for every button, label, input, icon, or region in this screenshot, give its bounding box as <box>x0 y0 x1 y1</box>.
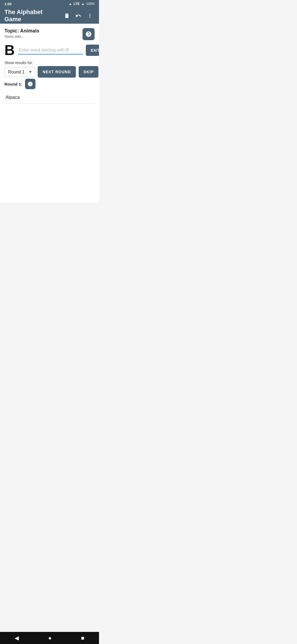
round-info-button[interactable] <box>25 79 35 89</box>
results-list: Alpaca <box>4 91 95 104</box>
app-bar-actions <box>62 11 95 20</box>
more-options-button[interactable] <box>85 11 95 20</box>
skip-button[interactable]: SKIP <box>79 66 99 78</box>
status-icons: ▲ LTE ▲ 100% <box>69 2 95 6</box>
topic-label: Topic: Animals <box>4 28 82 34</box>
undo-icon <box>75 13 81 19</box>
wifi-icon: ▲ <box>69 2 72 6</box>
delete-button[interactable] <box>62 11 72 20</box>
undo-button[interactable] <box>74 11 83 20</box>
signal-icon: ▲ <box>81 2 84 6</box>
help-button[interactable] <box>82 28 95 40</box>
info-icon <box>28 81 33 87</box>
round-select-wrapper: Round 1 Round 2 Round 3 ▼ <box>4 67 35 77</box>
round-results-header: Round 1: <box>4 79 95 89</box>
topic-info: Topic: Animals Starts with... <box>4 28 82 39</box>
round-results-label: Round 1: <box>4 82 22 86</box>
app-bar: The Alphabet Game <box>0 8 99 24</box>
trash-icon <box>64 13 70 19</box>
enter-button[interactable]: ENTER <box>86 45 99 56</box>
current-letter: B <box>4 43 15 57</box>
lte-label: LTE <box>74 2 80 6</box>
next-round-button[interactable]: NEXT ROUND <box>38 66 76 78</box>
input-row: B ENTER <box>4 43 95 57</box>
word-input[interactable] <box>18 46 83 54</box>
app-title: The Alphabet Game <box>4 9 59 23</box>
battery-icon: 100% <box>86 2 95 6</box>
result-item: Alpaca <box>4 91 95 104</box>
buttons-row: Round 1 Round 2 Round 3 ▼ NEXT ROUND SKI… <box>4 66 95 78</box>
main-content: Topic: Animals Starts with... B ENTER Sh… <box>0 24 99 203</box>
topic-row: Topic: Animals Starts with... <box>4 28 95 40</box>
show-results-label: Show results for: <box>4 61 95 65</box>
more-vert-icon <box>87 13 93 19</box>
status-bar: 1:00 ▲ LTE ▲ 100% <box>0 0 99 8</box>
starts-with-label: Starts with... <box>4 34 82 39</box>
round-select[interactable]: Round 1 Round 2 Round 3 <box>4 67 35 77</box>
help-circle-icon <box>85 31 92 37</box>
status-time: 1:00 <box>4 2 12 6</box>
